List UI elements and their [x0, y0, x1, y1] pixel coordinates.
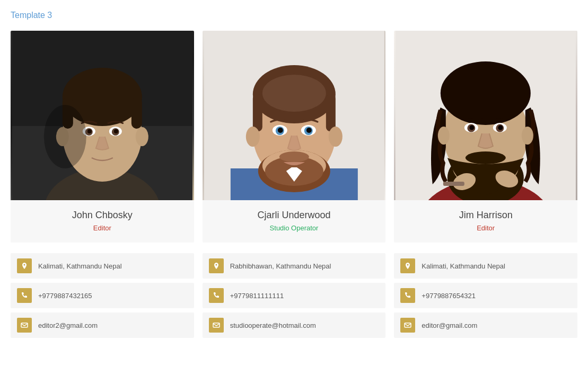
email-icon-cjarli	[209, 318, 224, 333]
contact-email-cjarli: studiooperate@hotmail.com	[203, 312, 386, 338]
svg-point-53	[498, 126, 503, 130]
contact-phone-jim: +9779887654321	[394, 283, 577, 308]
svg-rect-24	[326, 94, 336, 131]
svg-point-57	[438, 127, 450, 145]
svg-rect-62	[405, 323, 411, 327]
phone-text-john: +9779887432165	[38, 292, 92, 300]
card-info-jim: Jim Harrison Editor	[394, 200, 577, 243]
card-photo-john	[11, 31, 194, 200]
phone-icon-cjarli	[209, 288, 224, 303]
phone-icon-john	[17, 288, 32, 303]
email-icon-jim	[400, 318, 415, 333]
card-name-john: John Chbosky	[16, 210, 189, 221]
card-info-john: John Chbosky Editor	[11, 200, 194, 243]
svg-rect-60	[21, 323, 28, 327]
svg-point-52	[470, 126, 475, 130]
email-text-john: editor2@gmail.com	[38, 321, 98, 329]
card-name-jim: Jim Harrison	[399, 210, 572, 221]
address-text-jim: Kalimati, Kathmandu Nepal	[422, 262, 505, 270]
card-role-cjarli: Studio Operator	[208, 224, 381, 232]
phone-text-cjarli: +9779811111111	[230, 292, 284, 300]
card-jim: Jim Harrison Editor	[394, 31, 577, 243]
svg-point-15	[136, 127, 148, 146]
svg-point-37	[329, 127, 343, 147]
svg-point-13	[114, 129, 118, 133]
contact-phone-john: +9779887432165	[11, 283, 194, 308]
card-photo-jim	[394, 31, 577, 200]
svg-point-35	[279, 151, 309, 162]
contact-phone-cjarli: +9779811111111	[203, 283, 386, 308]
card-john: John Chbosky Editor	[11, 31, 194, 243]
svg-point-12	[87, 129, 92, 133]
address-text-cjarli: Rabhibhawan, Kathmandu Nepal	[230, 262, 331, 270]
phone-row: +9779887432165 +9779811111111 +977988765…	[11, 283, 577, 308]
svg-point-47	[466, 151, 506, 164]
svg-point-33	[278, 128, 283, 133]
email-text-cjarli: studiooperate@hotmail.com	[230, 321, 316, 329]
card-info-cjarli: Cjarli Underwood Studio Operator	[203, 200, 386, 243]
contact-address-cjarli: Rabhibhawan, Kathmandu Nepal	[203, 253, 386, 279]
card-name-cjarli: Cjarli Underwood	[208, 210, 381, 221]
cards-container: John Chbosky Editor	[11, 31, 577, 243]
card-cjarli: Cjarli Underwood Studio Operator	[203, 31, 386, 243]
phone-icon-jim	[400, 288, 415, 303]
contact-email-john: editor2@gmail.com	[11, 312, 194, 338]
svg-rect-56	[443, 182, 464, 186]
location-icon-cjarli	[209, 258, 224, 273]
card-role-john: Editor	[16, 224, 189, 232]
location-icon-jim	[400, 258, 415, 273]
email-icon-john	[17, 318, 32, 333]
address-text-john: Kalimati, Kathmandu Nepal	[38, 262, 122, 270]
contact-address-jim: Kalimati, Kathmandu Nepal	[394, 253, 577, 279]
card-photo-cjarli	[203, 31, 386, 200]
svg-point-16	[44, 105, 86, 168]
contact-email-jim: editor@gmail.com	[394, 312, 577, 338]
svg-rect-7	[131, 97, 142, 129]
svg-point-36	[246, 127, 260, 147]
svg-point-34	[306, 128, 312, 133]
contact-address-john: Kalimati, Kathmandu Nepal	[11, 253, 194, 279]
email-row: editor2@gmail.com studiooperate@hotmail.…	[11, 312, 577, 338]
svg-point-44	[441, 61, 531, 125]
address-row: Kalimati, Kathmandu Nepal Rabhibhawan, K…	[11, 253, 577, 279]
svg-rect-23	[253, 94, 262, 131]
location-icon-john	[17, 258, 32, 273]
page-title: Template 3	[11, 11, 577, 20]
phone-text-jim: +9779887654321	[422, 292, 476, 300]
email-text-jim: editor@gmail.com	[422, 321, 477, 329]
svg-point-25	[262, 75, 326, 112]
svg-point-58	[522, 127, 533, 145]
card-role-jim: Editor	[399, 224, 572, 232]
svg-rect-61	[213, 323, 220, 327]
